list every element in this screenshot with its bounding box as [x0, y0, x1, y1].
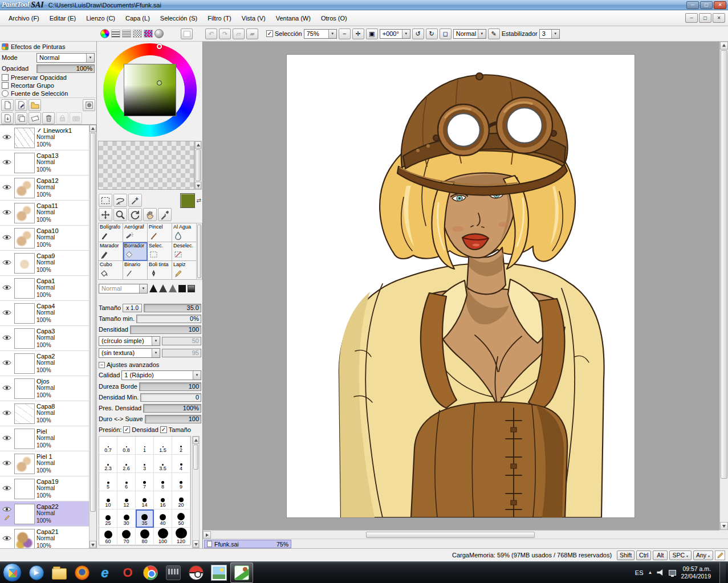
scroll-down-icon[interactable]: [90, 541, 96, 548]
window-maximize-button[interactable]: [700, 1, 713, 9]
color-mixer-panel-icon[interactable]: [122, 30, 131, 38]
brush-marador[interactable]: Marador: [99, 242, 123, 261]
edge-hardness-slider[interactable]: 100: [139, 382, 201, 391]
collapse-icon[interactable]: [99, 362, 105, 368]
brush-size-8[interactable]: 8: [154, 473, 172, 491]
show-desktop-button[interactable]: [719, 562, 726, 583]
checkbox-icon[interactable]: [2, 74, 9, 81]
menu-ventana[interactable]: Ventana (W): [271, 13, 316, 24]
brush-tip-icon[interactable]: [149, 284, 157, 292]
size-grid-scrollbar[interactable]: [192, 436, 200, 548]
scrollbar-thumb[interactable]: [721, 50, 727, 479]
menu-otros[interactable]: Otros (O): [316, 13, 352, 24]
brush-size-25[interactable]: 25: [99, 509, 117, 528]
clear-layer-button[interactable]: [29, 112, 41, 124]
scratchpad-panel-icon[interactable]: [154, 29, 164, 38]
rotate-canvas-tool[interactable]: [128, 208, 142, 221]
layer-row-linework1[interactable]: Linework1Normal100%: [0, 125, 89, 150]
brush-size-120[interactable]: 120: [172, 528, 190, 546]
network-icon[interactable]: [669, 570, 676, 576]
lock-layer-button[interactable]: [56, 112, 68, 124]
layer-thumbnail[interactable]: [14, 253, 35, 274]
zoom-tool[interactable]: [113, 208, 127, 221]
brush-size-20[interactable]: 20: [172, 491, 190, 509]
scrollbar-thumb[interactable]: [366, 532, 535, 538]
redo-button[interactable]: ↷: [219, 28, 231, 39]
layer-row-capa8[interactable]: Capa8Normal100%: [0, 401, 89, 426]
window-close-button[interactable]: [714, 1, 726, 9]
layer-row-capa12[interactable]: Capa12Normal100%: [0, 176, 89, 201]
brush-aer-graf[interactable]: Aerógraf: [123, 223, 148, 242]
layer-thumbnail[interactable]: [14, 403, 35, 424]
brush-grid-scrollbar[interactable]: [196, 223, 202, 280]
brush-size-3-5[interactable]: 3.5: [154, 455, 172, 473]
layer-thumbnail[interactable]: [14, 454, 35, 474]
mdi-maximize-button[interactable]: [699, 13, 711, 23]
color-wheel-panel-icon[interactable]: [100, 29, 109, 38]
modifier-ctrl-button[interactable]: Ctrl: [636, 551, 651, 560]
zoom-reset-button[interactable]: ▣: [366, 28, 378, 39]
scroll-down-icon[interactable]: [195, 182, 201, 189]
modifier-alt-button[interactable]: Alt: [653, 551, 668, 560]
layer-thumbnail[interactable]: [14, 378, 35, 399]
menu-archivo[interactable]: Archivo (F): [3, 13, 44, 24]
menu-vista[interactable]: Vista (V): [237, 13, 271, 24]
hard-soft-slider[interactable]: 100: [145, 415, 201, 423]
layer-visibility-eye-icon[interactable]: [2, 284, 11, 292]
scratchpad-button[interactable]: [181, 28, 193, 39]
pressure-size-checkbox[interactable]: [160, 426, 167, 433]
brush-deselec[interactable]: Deselec.: [172, 242, 197, 261]
layer-row-piel-1[interactable]: Piel 1Normal100%: [0, 451, 89, 476]
layer-row-capa9[interactable]: Capa9Normal100%: [0, 251, 89, 276]
layer-mask-button[interactable]: [83, 99, 95, 111]
layer-row-capa1[interactable]: Capa1Normal100%: [0, 276, 89, 301]
layer-list-scrollbar[interactable]: [89, 125, 96, 548]
edge-shape-slider[interactable]: 50: [162, 337, 201, 345]
scroll-up-icon[interactable]: [90, 125, 96, 132]
min-size-slider[interactable]: 0%: [136, 315, 201, 323]
hue-ring-marker[interactable]: [157, 44, 162, 49]
layer-visibility-eye-icon[interactable]: [2, 410, 11, 417]
texture-slider[interactable]: 95: [162, 349, 201, 357]
layer-visibility-eye-icon[interactable]: [2, 535, 11, 543]
hidden-icons-arrow[interactable]: ▲: [648, 570, 653, 575]
layer-thumbnail[interactable]: [14, 353, 35, 374]
brush-size-9[interactable]: 9: [172, 473, 190, 491]
brush-size-4[interactable]: 4: [172, 455, 190, 473]
taskbar-photo-viewer[interactable]: [208, 562, 230, 583]
brush-selec[interactable]: Selec.: [148, 242, 172, 261]
taskbar-chrome[interactable]: [139, 562, 162, 583]
size-slider[interactable]: 35.0: [144, 304, 201, 312]
document-tab[interactable]: Ffunk.sai 75%: [204, 540, 291, 548]
layer-visibility-eye-icon[interactable]: [2, 259, 11, 267]
layer-row-ojos[interactable]: OjosNormal100%: [0, 376, 89, 401]
brush-size-7[interactable]: 7: [136, 473, 154, 491]
scratchpad-area[interactable]: [98, 141, 194, 190]
brush-size-100[interactable]: 100: [154, 528, 172, 546]
brush-size-1[interactable]: 1: [136, 437, 154, 455]
color-slider-panel-icon[interactable]: [111, 30, 120, 38]
layer-thumbnail[interactable]: [14, 278, 35, 299]
layer-thumbnail[interactable]: [14, 328, 35, 349]
scroll-up-icon[interactable]: [195, 141, 201, 149]
taskbar-sai-active[interactable]: [230, 562, 253, 583]
taskbar-console[interactable]: [162, 562, 185, 583]
move-tool[interactable]: [99, 208, 112, 221]
volume-icon[interactable]: [657, 569, 664, 576]
menu-editar[interactable]: Editar (E): [44, 13, 81, 24]
mdi-minimize-button[interactable]: [685, 13, 698, 23]
selection-checkbox[interactable]: [266, 30, 273, 37]
layer-thumbnail[interactable]: [14, 203, 35, 223]
brush-size-0-8[interactable]: 0.8: [117, 437, 136, 455]
layer-visibility-eye-icon[interactable]: [2, 385, 11, 392]
scrollbar-thumb[interactable]: [196, 149, 201, 181]
brush-size-12[interactable]: 12: [117, 491, 136, 509]
tool-mode-dropdown[interactable]: Normal: [453, 29, 486, 39]
option-fuente-de-selecci-n[interactable]: Fuente de Selección: [0, 89, 96, 97]
brush-lapiz[interactable]: Lapiz: [172, 261, 197, 280]
brush-size-30[interactable]: 30: [117, 509, 136, 528]
taskbar-game[interactable]: [185, 562, 208, 583]
zoom-out-button[interactable]: −: [339, 28, 351, 39]
mdi-close-button[interactable]: [713, 13, 725, 23]
brush-bol-grafo[interactable]: Bolígrafo: [99, 223, 123, 242]
